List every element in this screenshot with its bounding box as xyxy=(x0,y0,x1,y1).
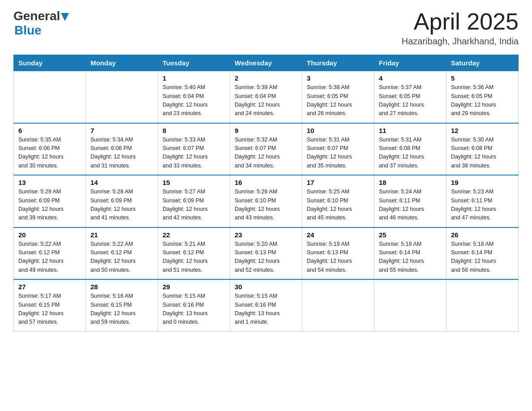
calendar-cell: 3Sunrise: 5:38 AM Sunset: 6:05 PM Daylig… xyxy=(302,71,374,123)
calendar-cell: 2Sunrise: 5:39 AM Sunset: 6:04 PM Daylig… xyxy=(230,71,302,123)
calendar-week-row: 6Sunrise: 5:35 AM Sunset: 6:06 PM Daylig… xyxy=(14,123,519,176)
day-info: Sunrise: 5:36 AM Sunset: 6:05 PM Dayligh… xyxy=(451,83,514,118)
location-subtitle: Hazaribagh, Jharkhand, India xyxy=(402,36,519,47)
day-info: Sunrise: 5:29 AM Sunset: 6:09 PM Dayligh… xyxy=(18,188,81,223)
day-info: Sunrise: 5:40 AM Sunset: 6:04 PM Dayligh… xyxy=(163,83,225,118)
calendar-cell xyxy=(374,279,446,331)
day-number: 19 xyxy=(451,179,514,186)
calendar-cell: 26Sunrise: 5:18 AM Sunset: 6:14 PM Dayli… xyxy=(446,227,519,280)
col-header-wednesday: Wednesday xyxy=(230,55,302,71)
day-info: Sunrise: 5:15 AM Sunset: 6:16 PM Dayligh… xyxy=(235,292,297,327)
day-info: Sunrise: 5:25 AM Sunset: 6:10 PM Dayligh… xyxy=(307,188,369,223)
day-number: 15 xyxy=(163,179,225,186)
calendar-cell: 22Sunrise: 5:21 AM Sunset: 6:12 PM Dayli… xyxy=(158,227,230,280)
day-info: Sunrise: 5:19 AM Sunset: 6:13 PM Dayligh… xyxy=(307,240,369,275)
svg-marker-0 xyxy=(61,13,69,21)
logo-general-text: General xyxy=(13,9,60,23)
calendar-cell: 4Sunrise: 5:37 AM Sunset: 6:05 PM Daylig… xyxy=(374,71,446,123)
day-number: 21 xyxy=(90,231,153,239)
day-number: 4 xyxy=(379,74,442,82)
day-number: 30 xyxy=(235,283,297,291)
day-number: 26 xyxy=(451,231,514,239)
calendar-cell: 24Sunrise: 5:19 AM Sunset: 6:13 PM Dayli… xyxy=(302,227,374,280)
calendar-cell: 27Sunrise: 5:17 AM Sunset: 6:15 PM Dayli… xyxy=(14,279,86,331)
day-number: 6 xyxy=(18,127,81,134)
day-number: 20 xyxy=(18,231,81,239)
calendar-cell: 13Sunrise: 5:29 AM Sunset: 6:09 PM Dayli… xyxy=(14,175,86,227)
day-number: 2 xyxy=(235,74,297,82)
calendar-week-row: 13Sunrise: 5:29 AM Sunset: 6:09 PM Dayli… xyxy=(14,175,519,227)
day-info: Sunrise: 5:20 AM Sunset: 6:13 PM Dayligh… xyxy=(235,240,297,275)
day-info: Sunrise: 5:31 AM Sunset: 6:08 PM Dayligh… xyxy=(379,136,442,171)
calendar-week-row: 20Sunrise: 5:22 AM Sunset: 6:12 PM Dayli… xyxy=(14,227,519,280)
day-number: 18 xyxy=(379,179,442,186)
day-number: 14 xyxy=(90,179,153,186)
day-info: Sunrise: 5:16 AM Sunset: 6:15 PM Dayligh… xyxy=(90,292,153,327)
calendar-cell: 14Sunrise: 5:28 AM Sunset: 6:09 PM Dayli… xyxy=(86,175,158,227)
day-number: 12 xyxy=(451,127,514,134)
calendar-table: SundayMondayTuesdayWednesdayThursdayFrid… xyxy=(13,55,519,332)
day-info: Sunrise: 5:26 AM Sunset: 6:10 PM Dayligh… xyxy=(235,188,297,223)
day-number: 9 xyxy=(235,127,297,134)
day-number: 16 xyxy=(235,179,297,186)
day-info: Sunrise: 5:35 AM Sunset: 6:06 PM Dayligh… xyxy=(18,136,81,171)
calendar-cell: 9Sunrise: 5:32 AM Sunset: 6:07 PM Daylig… xyxy=(230,123,302,176)
col-header-saturday: Saturday xyxy=(446,55,519,71)
day-info: Sunrise: 5:18 AM Sunset: 6:14 PM Dayligh… xyxy=(379,240,442,275)
calendar-cell xyxy=(14,71,86,123)
day-info: Sunrise: 5:24 AM Sunset: 6:11 PM Dayligh… xyxy=(379,188,442,223)
calendar-cell: 8Sunrise: 5:33 AM Sunset: 6:07 PM Daylig… xyxy=(158,123,230,176)
day-number: 8 xyxy=(163,127,225,134)
day-number: 23 xyxy=(235,231,297,239)
calendar-cell: 21Sunrise: 5:22 AM Sunset: 6:12 PM Dayli… xyxy=(86,227,158,280)
day-info: Sunrise: 5:22 AM Sunset: 6:12 PM Dayligh… xyxy=(90,240,153,275)
page-header: General Blue April 2025 Hazaribagh, Jhar… xyxy=(13,9,519,47)
day-info: Sunrise: 5:34 AM Sunset: 6:06 PM Dayligh… xyxy=(90,136,153,171)
day-info: Sunrise: 5:17 AM Sunset: 6:15 PM Dayligh… xyxy=(18,292,81,327)
month-title: April 2025 xyxy=(402,9,519,34)
calendar-header-row: SundayMondayTuesdayWednesdayThursdayFrid… xyxy=(14,55,519,71)
calendar-week-row: 1Sunrise: 5:40 AM Sunset: 6:04 PM Daylig… xyxy=(14,71,519,123)
col-header-friday: Friday xyxy=(374,55,446,71)
day-number: 27 xyxy=(18,283,81,291)
logo-triangle-icon xyxy=(61,13,69,21)
day-number: 3 xyxy=(307,74,369,82)
day-number: 7 xyxy=(90,127,153,134)
day-number: 17 xyxy=(307,179,369,186)
calendar-cell: 16Sunrise: 5:26 AM Sunset: 6:10 PM Dayli… xyxy=(230,175,302,227)
col-header-monday: Monday xyxy=(86,55,158,71)
day-info: Sunrise: 5:32 AM Sunset: 6:07 PM Dayligh… xyxy=(235,136,297,171)
day-number: 24 xyxy=(307,231,369,239)
day-info: Sunrise: 5:30 AM Sunset: 6:08 PM Dayligh… xyxy=(451,136,514,171)
day-number: 29 xyxy=(163,283,225,291)
day-info: Sunrise: 5:23 AM Sunset: 6:11 PM Dayligh… xyxy=(451,188,514,223)
calendar-cell: 23Sunrise: 5:20 AM Sunset: 6:13 PM Dayli… xyxy=(230,227,302,280)
calendar-cell: 12Sunrise: 5:30 AM Sunset: 6:08 PM Dayli… xyxy=(446,123,519,176)
day-info: Sunrise: 5:21 AM Sunset: 6:12 PM Dayligh… xyxy=(163,240,225,275)
logo: General Blue xyxy=(13,9,69,38)
calendar-cell: 5Sunrise: 5:36 AM Sunset: 6:05 PM Daylig… xyxy=(446,71,519,123)
calendar-cell: 11Sunrise: 5:31 AM Sunset: 6:08 PM Dayli… xyxy=(374,123,446,176)
day-number: 25 xyxy=(379,231,442,239)
calendar-cell xyxy=(446,279,519,331)
day-info: Sunrise: 5:37 AM Sunset: 6:05 PM Dayligh… xyxy=(379,83,442,118)
day-info: Sunrise: 5:15 AM Sunset: 6:16 PM Dayligh… xyxy=(163,292,225,327)
col-header-tuesday: Tuesday xyxy=(158,55,230,71)
calendar-cell: 1Sunrise: 5:40 AM Sunset: 6:04 PM Daylig… xyxy=(158,71,230,123)
col-header-thursday: Thursday xyxy=(302,55,374,71)
day-number: 28 xyxy=(90,283,153,291)
calendar-cell: 20Sunrise: 5:22 AM Sunset: 6:12 PM Dayli… xyxy=(14,227,86,280)
calendar-cell: 6Sunrise: 5:35 AM Sunset: 6:06 PM Daylig… xyxy=(14,123,86,176)
calendar-cell: 19Sunrise: 5:23 AM Sunset: 6:11 PM Dayli… xyxy=(446,175,519,227)
day-info: Sunrise: 5:33 AM Sunset: 6:07 PM Dayligh… xyxy=(163,136,225,171)
day-number: 11 xyxy=(379,127,442,134)
day-info: Sunrise: 5:27 AM Sunset: 6:09 PM Dayligh… xyxy=(163,188,225,223)
day-number: 10 xyxy=(307,127,369,134)
calendar-week-row: 27Sunrise: 5:17 AM Sunset: 6:15 PM Dayli… xyxy=(14,279,519,331)
calendar-cell: 29Sunrise: 5:15 AM Sunset: 6:16 PM Dayli… xyxy=(158,279,230,331)
day-number: 5 xyxy=(451,74,514,82)
calendar-cell: 17Sunrise: 5:25 AM Sunset: 6:10 PM Dayli… xyxy=(302,175,374,227)
calendar-cell xyxy=(302,279,374,331)
calendar-cell: 7Sunrise: 5:34 AM Sunset: 6:06 PM Daylig… xyxy=(86,123,158,176)
day-info: Sunrise: 5:38 AM Sunset: 6:05 PM Dayligh… xyxy=(307,83,369,118)
